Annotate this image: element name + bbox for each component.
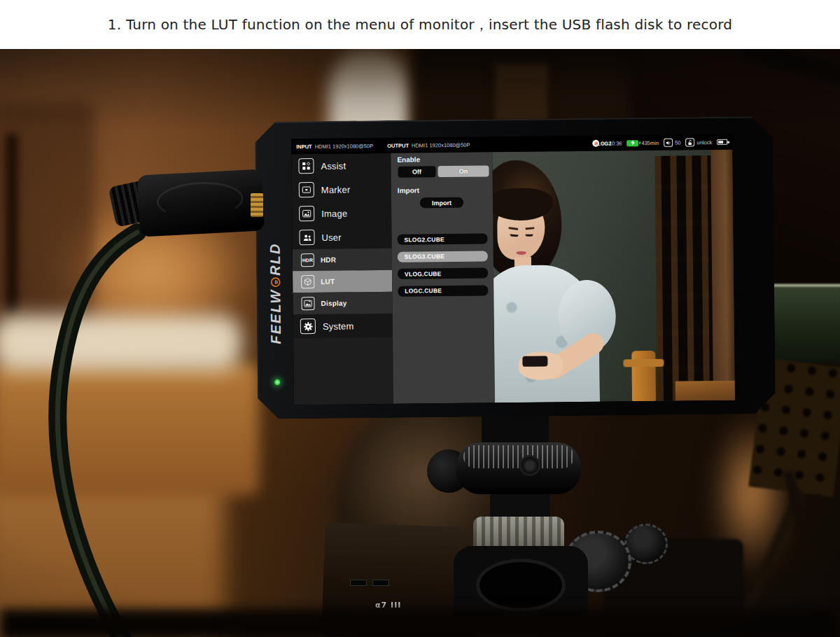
photo-scene: α7 III FEELW RLD: [0, 49, 840, 637]
gear-icon: [300, 318, 316, 334]
menu-item-label: HDR: [321, 256, 336, 264]
lut-file-logc[interactable]: LOGC.CUBE: [398, 285, 488, 296]
marker-icon: [299, 182, 314, 197]
background-chair-leg: [6, 133, 18, 315]
lut-file-vlog[interactable]: VLOG.CUBE: [398, 267, 488, 279]
brand-suffix: RLD: [267, 242, 283, 275]
usb-gold-pins: [251, 193, 263, 217]
menu-item-user[interactable]: User: [292, 225, 391, 249]
output-value: HDMI1 1920x1080@50P: [412, 141, 470, 148]
menu-empty-area: [293, 337, 393, 405]
logo-o-icon: [270, 277, 281, 288]
camera-model-label: α7 III: [375, 601, 401, 610]
hdr-icon: HDR: [301, 253, 314, 267]
screenshot-root: 1. Turn on the LUT function on the menu …: [0, 0, 840, 637]
assist-icon: [298, 158, 314, 174]
background-chair: [0, 102, 94, 332]
menu-item-system[interactable]: System: [293, 314, 393, 338]
brand-prefix: FEELW: [267, 289, 284, 344]
brand-logo: FEELW RLD: [261, 211, 289, 375]
camera-viewfinder: [454, 546, 588, 624]
lut-on-button[interactable]: On: [438, 165, 489, 177]
background-floor: [0, 477, 224, 637]
status-indicators: 00:10:36 435min 50: [592, 138, 727, 148]
camera-top-plate: [321, 522, 478, 637]
menu-item-marker[interactable]: Marker: [292, 177, 391, 202]
monitor-screen: INPUT HDMI1 1920x1080@50P OUTPUT HDMI1 1…: [291, 134, 735, 405]
menu-item-label: Image: [321, 208, 347, 218]
camera-body: [603, 539, 743, 637]
lut-file-slog2[interactable]: SLOG2.CUBE: [397, 233, 487, 244]
lut-cube-icon: [301, 275, 314, 288]
caption-banner: 1. Turn on the LUT function on the menu …: [0, 0, 840, 49]
mount-screw: [519, 455, 540, 476]
menu-item-label: Assist: [321, 160, 346, 171]
camera-lens-blur: [336, 399, 539, 602]
mount-knob: [427, 449, 470, 493]
rig-rod: [783, 470, 836, 637]
video-vignette: [492, 150, 735, 403]
camera-port: [350, 580, 367, 586]
mount-tilt-barrel: [456, 442, 581, 494]
camera-exposure-dial: [624, 524, 668, 564]
menu-item-assist[interactable]: Assist: [291, 153, 391, 178]
image-icon: [299, 206, 314, 221]
power-led: [274, 379, 281, 386]
menu-item-label: User: [321, 232, 341, 242]
rig-warm-glow: [713, 413, 790, 574]
output-status: OUTPUT HDMI1 1920x1080@50P: [387, 141, 470, 148]
battery-runtime: 435min: [641, 139, 659, 146]
background-tablecloth: [0, 315, 241, 371]
menu-item-label: System: [323, 321, 354, 331]
mount-shoe-block: [490, 494, 550, 521]
gamma-indicator: SLOG2: [594, 140, 612, 146]
display-icon: [301, 297, 314, 310]
battery-charging-icon: [626, 140, 638, 146]
settings-menu: Assist Marker: [291, 153, 393, 405]
output-label: OUTPUT: [387, 142, 409, 148]
unlock-icon: [685, 138, 694, 146]
import-button[interactable]: Import: [420, 197, 463, 209]
input-status: INPUT HDMI1 1920x1080@50P: [296, 143, 373, 150]
background-bench: [0, 363, 259, 496]
caption-text: 1. Turn on the LUT function on the menu …: [108, 15, 732, 34]
mount-lock-ring: [473, 517, 564, 556]
rig-arm: [740, 49, 840, 92]
menu-item-label: Marker: [321, 184, 351, 195]
menu-item-hdr[interactable]: HDR HDR: [293, 248, 392, 271]
menu-item-label: LUT: [321, 278, 335, 286]
camera-eyecup: [476, 559, 566, 612]
lock-status: unlock: [685, 138, 712, 146]
lut-off-button[interactable]: Off: [398, 166, 435, 178]
live-video-feed: [492, 150, 735, 403]
input-label: INPUT: [296, 144, 312, 150]
menu-item-image[interactable]: Image: [292, 201, 391, 225]
lut-file-slog3[interactable]: SLOG3.CUBE: [398, 251, 488, 262]
import-label: Import: [398, 186, 419, 194]
speaker-icon: [664, 139, 673, 147]
user-icon: [299, 230, 314, 245]
menu-item-lut[interactable]: LUT: [293, 270, 392, 293]
menu-item-label: Display: [321, 300, 346, 307]
camera-port: [372, 580, 389, 586]
camera-mode-dial: [564, 531, 631, 592]
menu-item-display[interactable]: Display: [293, 292, 392, 314]
foreground-shadow: [0, 609, 840, 637]
rig-rod: [731, 488, 805, 637]
usb-flash-connector: [137, 169, 265, 237]
lock-state: unlock: [696, 139, 712, 146]
field-monitor: FEELW RLD INPUT HDMI1 1920x1080@50P: [255, 116, 776, 419]
enable-label: Enable: [397, 155, 420, 163]
background-picture-frame: [490, 59, 553, 126]
battery-level-icon: [717, 139, 727, 145]
battery-runtime-status: 435min: [626, 139, 659, 146]
volume-value: 50: [675, 139, 680, 146]
input-value: HDMI1 1920x1080@50P: [315, 143, 374, 150]
volume-status: 50: [664, 139, 680, 147]
lut-settings-panel: Enable Off On Import Import SLOG2.CUBE S…: [391, 152, 495, 403]
